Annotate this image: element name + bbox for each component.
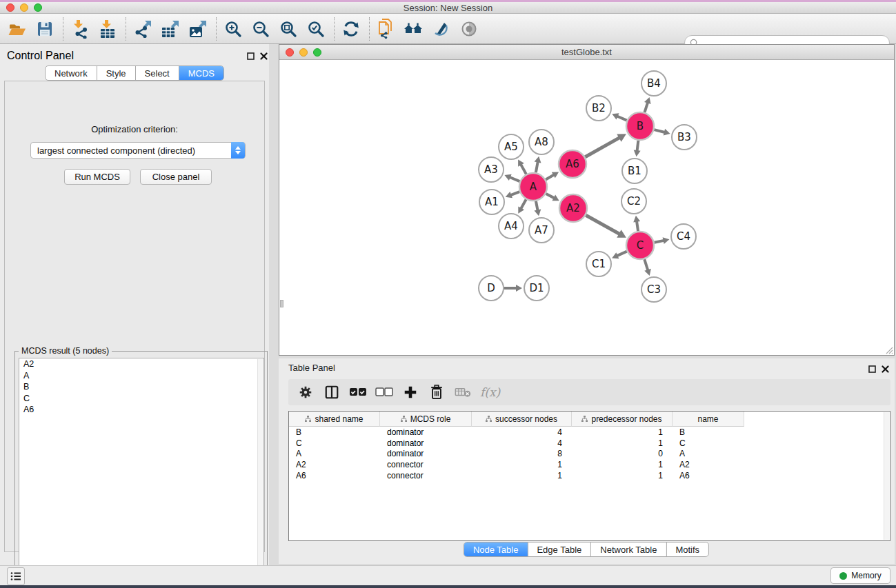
cell-predecessor-nodes[interactable]: 1 xyxy=(572,438,673,449)
graph-node-C4[interactable]: C4 xyxy=(671,224,696,249)
cell-name[interactable]: A xyxy=(673,448,744,459)
criterion-dropdown[interactable]: largest connected component (directed) xyxy=(30,142,246,159)
memory-button[interactable]: Memory xyxy=(830,567,890,584)
zoom-in-button[interactable] xyxy=(223,19,243,39)
cell-name[interactable]: A6 xyxy=(673,470,744,481)
deselect-all-button[interactable] xyxy=(375,383,393,401)
graph-edge-B-B3[interactable] xyxy=(654,129,670,136)
cell-predecessor-nodes[interactable]: 0 xyxy=(572,448,673,459)
graph-edge-A-A8[interactable] xyxy=(535,156,541,173)
cell-mcds-role[interactable]: connector xyxy=(380,470,472,481)
graph-node-D[interactable]: D xyxy=(479,276,504,301)
table-row[interactable]: Cdominator41C xyxy=(289,438,890,449)
cell-successor-nodes[interactable]: 8 xyxy=(472,448,572,459)
tab-network-table[interactable]: Network Table xyxy=(590,543,666,556)
graph-edge-C-C1[interactable] xyxy=(612,252,627,259)
graph-node-A3[interactable]: A3 xyxy=(479,157,504,182)
cell-predecessor-nodes[interactable]: 1 xyxy=(572,427,673,438)
graph-edge-A-A3[interactable] xyxy=(504,174,519,181)
cell-successor-nodes[interactable]: 1 xyxy=(472,470,572,481)
graph-node-A8[interactable]: A8 xyxy=(529,130,554,154)
import-network-button[interactable] xyxy=(70,19,90,39)
task-history-button[interactable] xyxy=(7,567,25,585)
graph-node-C3[interactable]: C3 xyxy=(641,277,666,302)
cell-shared-name[interactable]: B xyxy=(289,427,380,438)
open-file-button[interactable] xyxy=(7,19,28,39)
table-settings-button[interactable] xyxy=(297,383,315,401)
table-row[interactable]: A6connector11A6 xyxy=(289,470,890,481)
column-header-shared-name[interactable]: shared name xyxy=(289,412,380,427)
graph-node-A[interactable]: A xyxy=(519,173,547,201)
function-builder-button[interactable]: f(x) xyxy=(480,383,500,401)
cell-mcds-role[interactable]: dominator xyxy=(380,427,472,438)
cell-successor-nodes[interactable]: 1 xyxy=(472,459,572,470)
graph-edge-B-B2[interactable] xyxy=(612,113,626,120)
graph-edge-A6-B[interactable] xyxy=(585,134,626,156)
close-panel-action-button[interactable]: Close panel xyxy=(140,169,212,185)
delete-row-button[interactable] xyxy=(428,383,446,401)
graph-edge-A-A4[interactable] xyxy=(518,199,526,213)
graph-edge-A-A7[interactable] xyxy=(534,201,541,216)
table-row[interactable]: Adominator80A xyxy=(289,448,890,459)
graph-edge-A-A1[interactable] xyxy=(506,192,520,198)
cell-name[interactable]: A2 xyxy=(673,459,744,470)
table-scrollbar[interactable] xyxy=(884,412,889,540)
float-table-panel-button[interactable] xyxy=(868,363,876,376)
cell-shared-name[interactable]: C xyxy=(289,438,380,449)
graph-edge-D-D1[interactable] xyxy=(504,285,522,292)
graph-node-B2[interactable]: B2 xyxy=(586,96,611,121)
graph-node-C[interactable]: C xyxy=(626,232,654,259)
zoom-out-button[interactable] xyxy=(250,19,271,39)
float-panel-button[interactable] xyxy=(247,50,255,63)
mcds-result-item[interactable]: A xyxy=(19,370,263,382)
home-button[interactable] xyxy=(404,19,424,39)
column-header-successor-nodes[interactable]: successor nodes xyxy=(472,412,572,427)
graph-edge-C-C2[interactable] xyxy=(633,216,640,231)
zoom-fit-button[interactable] xyxy=(278,19,299,39)
graph-node-A4[interactable]: A4 xyxy=(499,214,524,239)
save-session-button[interactable] xyxy=(34,19,55,39)
annotation-mode-button[interactable] xyxy=(431,19,452,39)
graph-node-B[interactable]: B xyxy=(626,112,654,140)
table-row[interactable]: A2connector11A2 xyxy=(289,459,890,470)
cell-successor-nodes[interactable]: 4 xyxy=(472,438,572,449)
graph-node-C2[interactable]: C2 xyxy=(621,189,646,214)
column-header-name[interactable]: name xyxy=(673,412,744,427)
tab-style[interactable]: Style xyxy=(97,66,135,80)
close-table-panel-button[interactable] xyxy=(882,363,889,376)
graph-edge-B-B4[interactable] xyxy=(644,97,651,112)
delete-table-button[interactable] xyxy=(454,383,472,401)
cell-name[interactable]: C xyxy=(673,438,744,449)
tab-edge-table[interactable]: Edge Table xyxy=(527,543,590,556)
cell-shared-name[interactable]: A2 xyxy=(289,459,380,470)
cell-successor-nodes[interactable]: 4 xyxy=(472,427,572,438)
tab-network[interactable]: Network xyxy=(46,66,97,80)
add-row-button[interactable] xyxy=(401,383,419,401)
cell-mcds-role[interactable]: dominator xyxy=(380,438,472,449)
tab-select[interactable]: Select xyxy=(135,66,179,80)
run-mcds-button[interactable]: Run MCDS xyxy=(64,169,130,185)
cell-shared-name[interactable]: A6 xyxy=(289,470,380,481)
graph-node-B1[interactable]: B1 xyxy=(622,159,647,183)
graph-edge-A-A6[interactable] xyxy=(546,172,559,180)
cell-predecessor-nodes[interactable]: 1 xyxy=(572,470,673,481)
graph-edge-C-C3[interactable] xyxy=(644,259,651,276)
zoom-selected-button[interactable] xyxy=(306,19,326,39)
mcds-result-item[interactable]: A2 xyxy=(19,358,263,370)
import-table-button[interactable] xyxy=(97,19,118,39)
tab-motifs[interactable]: Motifs xyxy=(666,543,708,556)
new-network-from-selection-button[interactable] xyxy=(376,19,397,39)
column-header-mcds-role[interactable]: MCDS role xyxy=(380,412,472,427)
table-row[interactable]: Bdominator41B xyxy=(289,427,890,438)
mcds-result-item[interactable]: C xyxy=(19,393,263,405)
graph-node-B4[interactable]: B4 xyxy=(641,71,666,96)
mcds-result-item[interactable]: B xyxy=(19,381,263,393)
resize-grip-icon[interactable] xyxy=(886,347,893,354)
cell-mcds-role[interactable]: connector xyxy=(380,459,472,470)
cell-predecessor-nodes[interactable]: 1 xyxy=(572,459,673,470)
graph-node-A1[interactable]: A1 xyxy=(479,190,504,214)
tab-mcds[interactable]: MCDS xyxy=(179,66,223,80)
graph-node-B3[interactable]: B3 xyxy=(672,125,697,150)
graph-edge-B-B1[interactable] xyxy=(634,141,641,156)
graph-node-A7[interactable]: A7 xyxy=(529,218,554,243)
